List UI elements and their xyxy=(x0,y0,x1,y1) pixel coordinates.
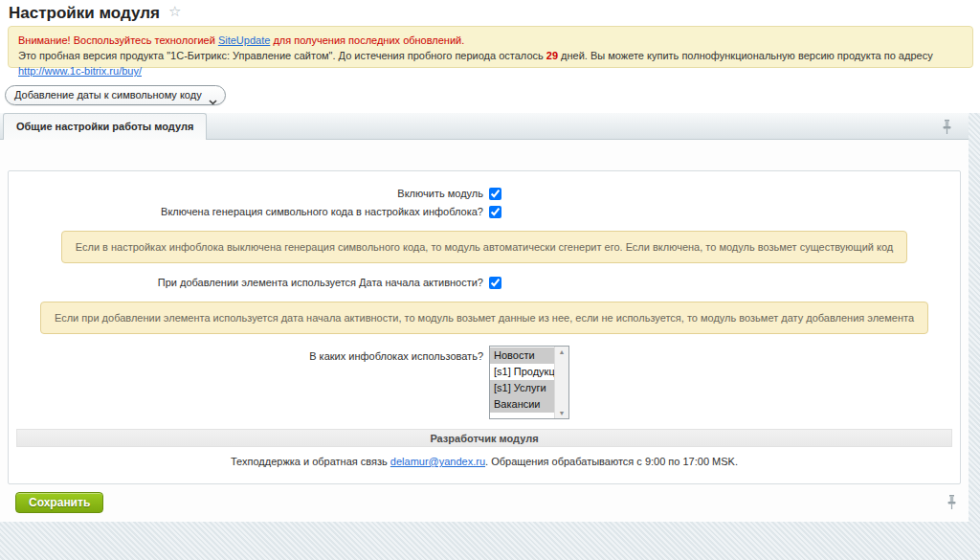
infoblocks-multiselect[interactable]: Новости [s1] Продукция [s1] Услуги Вакан… xyxy=(489,346,569,419)
buy-link[interactable]: http://www.1c-bitrix.ru/buy/ xyxy=(18,65,142,77)
settings-panel: Включить модуль Включена генерация симво… xyxy=(0,140,969,522)
symbolic-code-label: Включена генерация символьного кода в на… xyxy=(9,204,483,219)
listbox-scrollbar[interactable]: ▲ ▼ xyxy=(554,347,568,418)
warning-text-suffix: для получения последних обновлений. xyxy=(270,34,464,46)
settings-form: Включить модуль Включена генерация симво… xyxy=(8,170,961,484)
update-warning-line: Внимание! Воспользуйтесь технологией Sit… xyxy=(18,33,963,48)
siteupdate-link[interactable]: SiteUpdate xyxy=(218,34,270,46)
chevron-down-icon xyxy=(209,93,217,111)
note-row-1: Если в настройках инфоблока выключена ге… xyxy=(9,231,960,263)
enable-module-checkbox[interactable] xyxy=(489,188,501,200)
pin-icon[interactable] xyxy=(941,119,953,137)
form-row-infoblocks: В каких инфоблоках использовать? Новости… xyxy=(9,346,960,419)
active-date-checkbox[interactable] xyxy=(489,277,501,289)
list-item[interactable]: [s1] Продукция xyxy=(490,364,554,380)
save-button[interactable]: Сохранить xyxy=(15,492,103,513)
note-row-2: Если при добавлении элемента используетс… xyxy=(9,302,960,334)
pin-icon-bottom[interactable] xyxy=(946,494,958,512)
form-row-active-date: При добавлении элемента используется Дат… xyxy=(9,275,960,290)
warning-text: Внимание! Воспользуйтесь технологией xyxy=(18,34,218,46)
page-background-bottom xyxy=(0,522,980,560)
developer-section-header: Разработчик модуля xyxy=(16,429,952,447)
active-date-note: Если при добавлении элемента используетс… xyxy=(40,302,928,334)
scroll-up-icon[interactable]: ▲ xyxy=(559,348,566,355)
trial-text: Это пробная версия продукта "1С-Битрикс:… xyxy=(18,50,546,61)
module-selector-dropdown[interactable]: Добавление даты к символьному коду xyxy=(5,85,226,105)
page-background-right xyxy=(969,113,980,522)
scroll-down-icon[interactable]: ▼ xyxy=(559,410,566,416)
tab-general-settings[interactable]: Общие настройки работы модуля xyxy=(3,113,207,140)
infoblocks-options: Новости [s1] Продукция [s1] Услуги Вакан… xyxy=(490,347,554,418)
favorite-star-icon[interactable]: ☆ xyxy=(168,3,181,19)
support-line: Техподдержка и обратная связь delamur@ya… xyxy=(9,456,960,467)
page-title-text: Настройки модуля xyxy=(9,4,160,22)
tab-bar: Общие настройки работы модуля xyxy=(0,113,969,140)
trial-notice-box: Внимание! Воспользуйтесь технологией Sit… xyxy=(8,26,973,68)
list-item[interactable]: Новости xyxy=(490,347,554,364)
trial-text-2: дней. Вы можете купить полнофункциональн… xyxy=(558,50,933,61)
support-email-link[interactable]: delamur@yandex.ru xyxy=(390,456,485,467)
page-title: Настройки модуля☆ xyxy=(9,3,181,23)
support-text: Техподдержка и обратная связь xyxy=(231,456,390,467)
symbolic-code-note: Если в настройках инфоблока выключена ге… xyxy=(61,231,907,263)
support-hours-text: Обращения обрабатываются с 9:00 по 17:00… xyxy=(491,456,738,467)
form-row-enable-module: Включить модуль xyxy=(9,186,960,201)
symbolic-code-checkbox[interactable] xyxy=(489,206,501,218)
days-left-count: 29 xyxy=(546,50,558,61)
active-date-label: При добавлении элемента используется Дат… xyxy=(9,275,483,290)
trial-version-line: Это пробная версия продукта "1С-Битрикс:… xyxy=(18,48,963,78)
module-selector-value: Добавление даты к символьному коду xyxy=(14,89,202,101)
enable-module-label: Включить модуль xyxy=(9,186,483,201)
infoblocks-label: В каких инфоблоках использовать? xyxy=(9,346,483,364)
list-item[interactable]: [s1] Услуги xyxy=(490,380,554,396)
list-item[interactable]: Вакансии xyxy=(490,396,554,413)
form-row-symbolic-code: Включена генерация символьного кода в на… xyxy=(9,204,960,219)
